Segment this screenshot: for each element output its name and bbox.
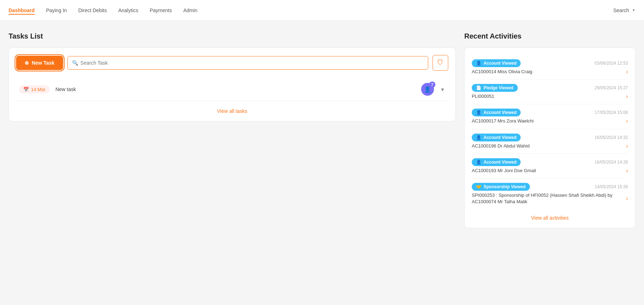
activity-type-badge: 👤 Account Viewed xyxy=(472,59,521,67)
activity-detail: AC1000193 Mr Joni Doe Gmail xyxy=(472,168,536,174)
nav-item-direct-debits[interactable]: Direct Debits xyxy=(78,6,107,15)
activity-type-label: Account Viewed xyxy=(484,135,516,140)
table-row: 📅 14 Mar New task 👤 7 ▾ xyxy=(16,78,448,101)
activity-type-badge: 👤 Account Viewed xyxy=(472,134,521,141)
nav-item-paying-in[interactable]: Paying In xyxy=(46,6,67,15)
activity-detail: PLI000051 xyxy=(472,93,494,100)
list-item[interactable]: 👤 Account Viewed 03/06/2024 12:53 AC1000… xyxy=(472,55,628,80)
list-item[interactable]: 📄 Pledge Viewed 29/05/2024 15:27 PLI0000… xyxy=(472,80,628,104)
activities-list: 👤 Account Viewed 03/06/2024 12:53 AC1000… xyxy=(472,55,628,209)
activity-chevron-icon[interactable]: › xyxy=(626,69,628,75)
activity-detail-row: AC1000193 Mr Joni Doe Gmail › xyxy=(472,168,628,174)
activities-section-title: Recent Activities xyxy=(464,32,635,40)
activity-detail: SPI000253 : Sponsorship of HFI0052 (Hass… xyxy=(472,192,623,205)
activity-chevron-icon[interactable]: › xyxy=(626,195,628,202)
task-search-icon: 🔍 xyxy=(72,60,78,66)
nav-item-analytics[interactable]: Analytics xyxy=(118,6,138,15)
activity-timestamp: 16/05/2024 14:32 xyxy=(595,135,628,140)
activities-panel: Recent Activities 👤 Account Viewed 03/06… xyxy=(464,32,635,228)
nav-item-dashboard[interactable]: Dashboard xyxy=(9,6,35,15)
activity-timestamp: 03/06/2024 12:53 xyxy=(595,61,628,66)
activity-type-label: Account Viewed xyxy=(484,110,516,115)
activity-timestamp: 29/05/2024 15:27 xyxy=(595,85,628,90)
activity-timestamp: 14/05/2024 15:26 xyxy=(595,184,628,189)
activities-card: 👤 Account Viewed 03/06/2024 12:53 AC1000… xyxy=(464,48,635,228)
main-content: Tasks List ⊕ New Task 🔍 ⛉ 📅 xyxy=(0,21,644,240)
assignee-count-badge: 7 xyxy=(429,81,435,88)
activity-type-badge: 🤝 Sponsorship Viewed xyxy=(472,183,530,191)
nav-search-label: Search xyxy=(613,8,629,13)
task-avatar-group: 👤 7 xyxy=(421,83,434,96)
activity-detail: AC1000014 Miss Olivia Craig xyxy=(472,69,532,75)
activity-type-icon: 👤 xyxy=(476,160,481,165)
activity-type-badge: 👤 Account Viewed xyxy=(472,158,521,166)
task-date-badge: 📅 14 Mar xyxy=(19,85,50,94)
task-filter-button[interactable]: ⛉ xyxy=(433,55,448,71)
filter-icon: ⛉ xyxy=(437,59,444,67)
list-item[interactable]: 👤 Account Viewed 17/05/2024 15:06 AC1000… xyxy=(472,104,628,129)
activity-type-badge: 📄 Pledge Viewed xyxy=(472,84,518,92)
task-list: 📅 14 Mar New task 👤 7 ▾ xyxy=(16,78,448,101)
activity-detail-row: AC1000014 Miss Olivia Craig › xyxy=(472,69,628,75)
activity-header: 👤 Account Viewed 03/06/2024 12:53 xyxy=(472,59,628,67)
search-chevron-icon: ▼ xyxy=(632,8,635,12)
activity-header: 📄 Pledge Viewed 29/05/2024 15:27 xyxy=(472,84,628,92)
activity-timestamp: 17/05/2024 15:06 xyxy=(595,110,628,115)
activity-type-badge: 👤 Account Viewed xyxy=(472,109,521,116)
new-task-button[interactable]: ⊕ New Task xyxy=(16,56,63,70)
tasks-section-title: Tasks List xyxy=(9,32,456,40)
new-task-label: New Task xyxy=(32,60,55,66)
activity-chevron-icon[interactable]: › xyxy=(626,168,628,174)
activity-type-label: Account Viewed xyxy=(484,61,516,66)
activity-type-label: Account Viewed xyxy=(484,160,516,165)
nav-items: Dashboard Paying In Direct Debits Analyt… xyxy=(9,6,198,15)
nav-item-payments[interactable]: Payments xyxy=(150,6,172,15)
activity-type-label: Sponsorship Viewed xyxy=(484,184,526,189)
activity-type-icon: 👤 xyxy=(476,135,481,140)
task-name: New task xyxy=(55,86,415,92)
tasks-panel: Tasks List ⊕ New Task 🔍 ⛉ 📅 xyxy=(9,32,456,228)
calendar-icon: 📅 xyxy=(23,87,29,92)
activity-type-icon: 📄 xyxy=(476,85,481,90)
activity-type-icon: 👤 xyxy=(476,110,481,115)
activity-type-label: Pledge Viewed xyxy=(484,85,513,90)
view-all-activities-link[interactable]: View all activities xyxy=(472,215,628,221)
activity-detail-row: AC1000196 Dr Abdul Wahid › xyxy=(472,143,628,149)
task-search-input[interactable] xyxy=(68,56,428,69)
activity-header: 👤 Account Viewed 16/05/2024 14:26 xyxy=(472,158,628,166)
nav-item-admin[interactable]: Admin xyxy=(183,6,198,15)
list-item[interactable]: 👤 Account Viewed 16/05/2024 14:26 AC1000… xyxy=(472,154,628,179)
new-task-icon: ⊕ xyxy=(25,60,29,66)
activity-type-icon: 👤 xyxy=(476,61,481,66)
tasks-card: ⊕ New Task 🔍 ⛉ 📅 14 Mar N xyxy=(9,48,456,121)
global-search[interactable]: Search ▼ xyxy=(613,8,635,13)
activity-timestamp: 16/05/2024 14:26 xyxy=(595,160,628,165)
activity-detail: AC1000017 Mrs Zora Waelchi xyxy=(472,118,534,124)
task-expand-button[interactable]: ▾ xyxy=(440,85,445,94)
activity-chevron-icon[interactable]: › xyxy=(626,143,628,149)
activity-header: 🤝 Sponsorship Viewed 14/05/2024 15:26 xyxy=(472,183,628,191)
view-all-tasks-link[interactable]: View all tasks xyxy=(16,108,448,114)
activity-detail-row: PLI000051 › xyxy=(472,93,628,100)
activity-header: 👤 Account Viewed 16/05/2024 14:32 xyxy=(472,134,628,141)
activity-chevron-icon[interactable]: › xyxy=(626,93,628,100)
task-search-wrapper: 🔍 xyxy=(67,56,428,70)
tasks-toolbar: ⊕ New Task 🔍 ⛉ xyxy=(16,55,448,71)
activity-header: 👤 Account Viewed 17/05/2024 15:06 xyxy=(472,109,628,116)
activity-detail: AC1000196 Dr Abdul Wahid xyxy=(472,143,530,149)
activity-type-icon: 🤝 xyxy=(476,184,481,189)
activity-detail-row: SPI000253 : Sponsorship of HFI0052 (Hass… xyxy=(472,192,628,205)
activity-chevron-icon[interactable]: › xyxy=(626,118,628,124)
list-item[interactable]: 🤝 Sponsorship Viewed 14/05/2024 15:26 SP… xyxy=(472,179,628,209)
task-date: 14 Mar xyxy=(31,87,45,92)
navbar: Dashboard Paying In Direct Debits Analyt… xyxy=(0,0,644,21)
activity-detail-row: AC1000017 Mrs Zora Waelchi › xyxy=(472,118,628,124)
list-item[interactable]: 👤 Account Viewed 16/05/2024 14:32 AC1000… xyxy=(472,129,628,154)
